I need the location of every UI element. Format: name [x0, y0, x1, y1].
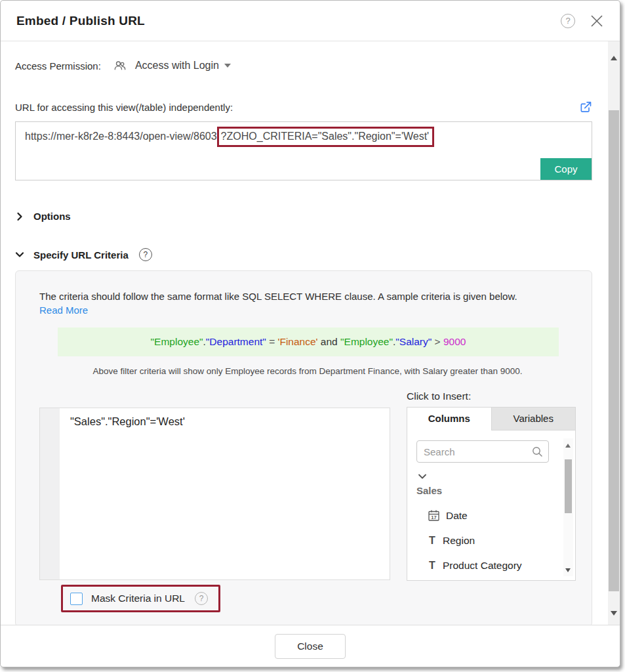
- columns-scrollbar[interactable]: [563, 438, 573, 576]
- url-label-row: URL for accessing this view(/table) inde…: [15, 100, 592, 114]
- search-wrap: [416, 440, 549, 463]
- table-name[interactable]: Sales: [416, 485, 549, 496]
- criteria-section-toggle[interactable]: Specify URL Criteria ?: [15, 248, 592, 261]
- criteria-section-label: Specify URL Criteria: [33, 249, 129, 261]
- tab-columns[interactable]: Columns: [407, 408, 492, 430]
- options-section-toggle[interactable]: Options: [15, 211, 592, 222]
- dialog-header: Embed / Publish URL ?: [1, 1, 620, 41]
- mask-criteria-label: Mask Criteria in URL: [91, 593, 185, 604]
- access-permission-row: Access Permission: Access with Login: [15, 58, 592, 73]
- text-type-icon: T: [428, 535, 437, 547]
- sample-criteria-caption: Above filter criteria will show only Emp…: [39, 366, 576, 376]
- dialog-title: Embed / Publish URL: [16, 14, 145, 28]
- sample-criteria: "Employee"."Department" = 'Finance' and …: [58, 327, 559, 356]
- url-criteria-annotation: ?ZOHO_CRITERIA="Sales"."Region"='West': [217, 127, 435, 147]
- mask-help-icon[interactable]: ?: [195, 592, 208, 605]
- scroll-down-icon[interactable]: [565, 568, 571, 572]
- svg-text:17: 17: [431, 514, 436, 520]
- calendar-icon: 17: [428, 509, 440, 522]
- criteria-panel: The criteria should follow the same form…: [15, 270, 592, 625]
- embed-publish-dialog: Embed / Publish URL ? Access Permission:: [0, 0, 620, 667]
- column-label: Date: [446, 510, 468, 522]
- embed-url-text: https://mer-k8r2e-8:8443/open-view/8603?…: [25, 129, 582, 144]
- column-label: Region: [443, 535, 475, 547]
- access-permission-label: Access Permission:: [15, 60, 101, 72]
- columns-tree: Sales 17 Date: [416, 472, 549, 572]
- tab-variables[interactable]: Variables: [492, 408, 576, 430]
- search-icon: [531, 446, 543, 457]
- table-collapse-icon[interactable]: [418, 472, 427, 481]
- click-to-insert-label: Click to Insert:: [407, 390, 576, 402]
- scroll-down-icon[interactable]: [611, 611, 617, 616]
- people-icon: [113, 58, 127, 73]
- dialog-body-content: Access Permission: Access with Login URL…: [1, 41, 604, 625]
- column-item-date[interactable]: 17 Date: [416, 509, 549, 522]
- column-item-product-category[interactable]: T Product Category: [416, 560, 549, 572]
- chevron-down-icon: [224, 64, 231, 68]
- url-highlighted: ?ZOHO_CRITERIA="Sales"."Region"='West': [221, 131, 430, 142]
- editor-gutter: [40, 408, 60, 579]
- criteria-intro-text: The criteria should follow the same form…: [39, 291, 576, 302]
- dialog-footer: Close: [1, 625, 620, 667]
- access-permission-dropdown[interactable]: Access with Login: [135, 60, 231, 72]
- scroll-up-icon[interactable]: [611, 56, 617, 60]
- dialog-body: Access Permission: Access with Login URL…: [1, 41, 620, 625]
- access-permission-value: Access with Login: [135, 60, 219, 72]
- criteria-help-icon[interactable]: ?: [139, 248, 152, 261]
- click-to-insert-panel: Click to Insert: Columns Variables: [407, 390, 576, 581]
- close-button[interactable]: Close: [275, 634, 346, 659]
- mask-criteria-checkbox[interactable]: [70, 593, 83, 605]
- search-input[interactable]: [416, 440, 549, 463]
- embed-url-box[interactable]: https://mer-k8r2e-8:8443/open-view/8603?…: [15, 121, 592, 180]
- scroll-thumb[interactable]: [565, 459, 572, 513]
- options-section-label: Options: [33, 211, 71, 222]
- column-item-region[interactable]: T Region: [416, 535, 549, 547]
- read-more-link[interactable]: Read More: [39, 304, 88, 316]
- mask-criteria-annotation: Mask Criteria in URL ?: [61, 585, 220, 612]
- text-type-icon: T: [428, 560, 437, 572]
- scroll-up-icon[interactable]: [565, 444, 571, 448]
- criteria-editor-row: "Sales"."Region"='West' Click to Insert:…: [39, 390, 576, 581]
- columns-list-panel: Sales 17 Date: [407, 430, 576, 581]
- header-icons: ?: [561, 14, 604, 28]
- chevron-right-icon: [15, 212, 24, 221]
- url-prefix: https://mer-k8r2e-8:8443/open-view/8603: [25, 131, 217, 142]
- criteria-editor-value: "Sales"."Region"='West': [60, 408, 195, 579]
- close-icon[interactable]: [590, 14, 604, 28]
- copy-button[interactable]: Copy: [540, 158, 592, 180]
- criteria-editor[interactable]: "Sales"."Region"='West': [39, 408, 390, 580]
- external-link-icon[interactable]: [579, 100, 592, 114]
- url-section-label: URL for accessing this view(/table) inde…: [15, 102, 233, 113]
- insert-tabs: Columns Variables: [407, 407, 576, 430]
- dialog-scrollbar[interactable]: [608, 41, 620, 625]
- chevron-down-icon: [15, 250, 24, 259]
- help-icon[interactable]: ?: [561, 14, 575, 28]
- column-label: Product Category: [443, 560, 522, 572]
- scroll-thumb[interactable]: [609, 110, 619, 591]
